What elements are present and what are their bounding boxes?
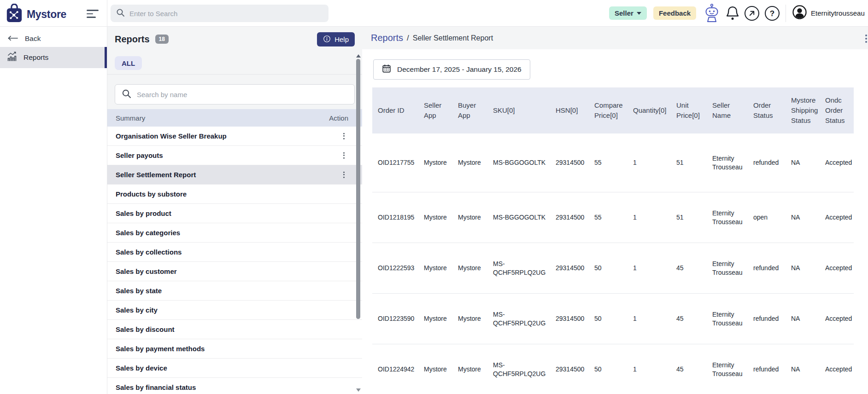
list-item[interactable]: Sales by city <box>107 301 362 320</box>
kebab-icon[interactable] <box>341 150 346 161</box>
sidebar-item-reports[interactable]: Reports <box>0 47 107 68</box>
list-item[interactable]: Seller Settlement Report <box>107 165 362 185</box>
user-menu[interactable]: Eternitytrousseau <box>792 5 865 21</box>
table-cell: OID1218195 <box>378 213 424 222</box>
table-cell: Mystore <box>424 365 458 374</box>
column-header: Mystore Shipping Status <box>791 95 825 125</box>
list-item[interactable]: Sales by device <box>107 359 362 378</box>
calendar-icon <box>382 64 391 75</box>
table-cell: 29314500 <box>556 158 594 167</box>
table-cell: NA <box>791 314 825 323</box>
tab-all[interactable]: ALL <box>115 56 142 70</box>
table-cell: 50 <box>594 365 633 374</box>
help-circle-icon[interactable]: ? <box>764 6 780 21</box>
list-item[interactable]: Sales by payment methods <box>107 339 362 359</box>
table-cell: Mystore <box>458 213 493 222</box>
mystore-bag-icon <box>6 4 23 25</box>
table-cell: 55 <box>594 158 633 167</box>
list-item[interactable]: Sales by customer <box>107 262 362 281</box>
list-item[interactable]: Sales by discount <box>107 320 362 339</box>
reports-count-badge: 18 <box>155 35 169 44</box>
avatar-icon <box>792 5 807 21</box>
robot-assistant-icon[interactable] <box>703 4 721 23</box>
list-item-label: Sales by payment methods <box>116 345 205 353</box>
list-item[interactable]: Sales by collections <box>107 243 362 262</box>
date-range-picker[interactable]: December 17, 2025 - January 15, 2026 <box>373 59 530 80</box>
table-header-row: Order IDSeller AppBuyer AppSKU[0]HSN[0]C… <box>372 87 854 133</box>
table-cell: refunded <box>753 314 791 323</box>
list-item[interactable]: Seller payouts <box>107 146 362 165</box>
table-cell: NA <box>791 158 825 167</box>
table-cell: refunded <box>753 264 791 272</box>
list-item-label: Sales by collections <box>116 248 182 256</box>
table-cell: 50 <box>594 314 633 323</box>
panel-tabs: ALL <box>107 52 362 75</box>
table-cell: 1 <box>633 314 676 323</box>
hamburger-icon[interactable] <box>87 10 99 20</box>
panel-scrollbar[interactable] <box>356 52 361 393</box>
table-cell: MS-QCHF5RPLQ2UG <box>493 361 556 378</box>
list-item[interactable]: Organisation Wise Seller Breakup <box>107 127 362 146</box>
table-cell: Eternity Trousseau <box>712 310 753 328</box>
table-cell: Mystore <box>424 158 458 167</box>
column-header: Order Status <box>753 100 791 121</box>
main-kebab-icon[interactable] <box>863 33 868 45</box>
main-header: Reports / Seller Settlement Report <box>362 27 868 49</box>
bell-icon[interactable] <box>726 6 739 21</box>
action-column-label: Action <box>329 114 348 122</box>
table-cell: 45 <box>676 264 712 272</box>
list-item-label: Sales by product <box>116 209 171 217</box>
seller-dropdown[interactable]: Seller <box>609 6 647 20</box>
list-item-label: Sales by discount <box>116 325 175 333</box>
column-header: HSN[0] <box>556 105 594 116</box>
list-item-label: Organisation Wise Seller Breakup <box>116 132 227 140</box>
info-icon <box>323 35 331 44</box>
panel-search-input[interactable] <box>137 91 348 98</box>
list-item[interactable]: Sales by categories <box>107 223 362 243</box>
list-item-label: Products by substore <box>116 190 187 198</box>
table-cell: MS-BGGOGOLTK <box>493 158 556 167</box>
brand-name: Mystore <box>27 8 66 21</box>
table-cell: MS-QCHF5RPLQ2UG <box>493 310 556 328</box>
breadcrumb-reports[interactable]: Reports <box>371 33 403 43</box>
back-button[interactable]: Back <box>0 30 107 47</box>
panel-search[interactable] <box>115 84 355 104</box>
column-header: Unit Price[0] <box>676 100 712 121</box>
help-button[interactable]: Help <box>317 32 355 46</box>
table-cell: NA <box>791 264 825 272</box>
breadcrumb-separator: / <box>407 34 409 43</box>
global-search-input[interactable] <box>129 10 323 17</box>
feedback-button[interactable]: Feedback <box>653 6 696 20</box>
scrollbar-down-arrow[interactable] <box>356 388 361 392</box>
table-cell: 1 <box>633 264 676 272</box>
table-cell: Eternity Trousseau <box>712 260 753 277</box>
table-cell: 55 <box>594 213 633 222</box>
summary-column-label: Summary <box>116 114 145 122</box>
search-icon <box>116 8 125 19</box>
table-cell: Mystore <box>458 314 493 323</box>
main-content: Reports / Seller Settlement Report Decem… <box>362 27 868 394</box>
table-row: OID1218195MystoreMystoreMS-BGGOGOLTK2931… <box>372 192 854 243</box>
table-cell: Accepted <box>825 213 854 222</box>
table-cell: Accepted <box>825 314 854 323</box>
table-cell: 45 <box>676 365 712 374</box>
column-header: Order ID <box>378 105 424 116</box>
brand-logo[interactable]: Mystore <box>6 4 66 25</box>
list-item[interactable]: Products by substore <box>107 185 362 204</box>
table-cell: 1 <box>633 365 676 374</box>
list-item-label: Sales by customer <box>116 267 177 275</box>
list-item[interactable]: Sales by state <box>107 281 362 301</box>
column-header: Seller Name <box>712 100 753 121</box>
table-cell: 51 <box>676 158 712 167</box>
list-item[interactable]: Sales by financial status <box>107 378 362 394</box>
kebab-icon[interactable] <box>341 131 346 141</box>
help-button-label: Help <box>334 35 349 43</box>
scrollbar-thumb[interactable] <box>356 59 360 319</box>
arrow-up-right-icon[interactable] <box>744 6 760 21</box>
table-cell: Eternity Trousseau <box>712 361 753 378</box>
svg-text:?: ? <box>770 9 774 18</box>
global-search[interactable] <box>111 5 328 22</box>
kebab-icon[interactable] <box>341 169 346 180</box>
scrollbar-up-arrow[interactable] <box>356 54 361 58</box>
list-item[interactable]: Sales by product <box>107 204 362 223</box>
